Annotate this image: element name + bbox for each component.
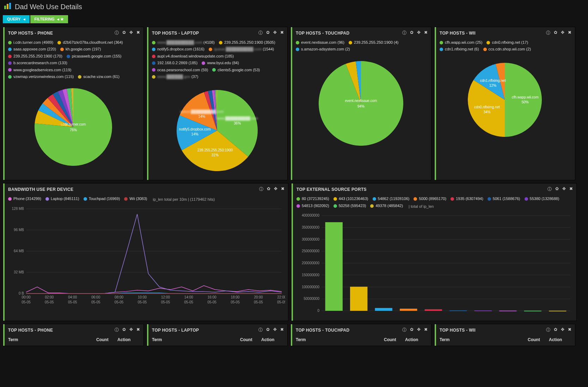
info-icon[interactable]: ⓘ [546, 30, 550, 36]
bar[interactable] [524, 311, 541, 312]
info-icon[interactable]: ⓘ [259, 186, 263, 192]
legend-item[interactable]: 50258 (595423) [333, 203, 366, 209]
legend-item[interactable]: d2b67tzkr07lta.cloudfront.net (364) [57, 40, 123, 46]
gear-icon[interactable]: ✿ [410, 327, 414, 333]
col-term[interactable]: Term [296, 337, 384, 342]
legend-item[interactable]: 239.255.255.250:1900 (3505) [219, 40, 275, 46]
col-action[interactable]: Action [117, 337, 139, 342]
legend-item[interactable]: 54862 (11928106) [373, 196, 410, 202]
close-icon[interactable]: ✖ [136, 327, 140, 333]
bar[interactable] [325, 222, 343, 311]
bar[interactable] [499, 311, 516, 312]
legend-item[interactable]: Phone (314299) [8, 196, 41, 202]
legend-item[interactable]: Touchpad (16969) [84, 196, 120, 202]
legend-item[interactable]: clients5.google.com (53) [212, 67, 260, 73]
filtering-button[interactable]: FILTERING ◂ ★ [30, 15, 68, 23]
col-count[interactable]: Count [96, 337, 117, 342]
query-button[interactable]: QUERY ◂ [3, 15, 30, 23]
bar[interactable] [400, 309, 417, 311]
legend-item[interactable]: 443 (101236463) [333, 196, 368, 202]
close-icon[interactable]: ✖ [569, 186, 573, 192]
line-series[interactable] [26, 214, 282, 294]
info-icon[interactable]: ⓘ [546, 327, 550, 333]
move-icon[interactable]: ✥ [129, 30, 133, 36]
legend-item[interactable]: 1935 (6307494) [451, 196, 483, 202]
legend-item[interactable]: s.amazon-adsystem.com (2) [296, 46, 350, 53]
legend-item[interactable]: i.cdn.turner.com (4989) [8, 40, 53, 46]
gear-icon[interactable]: ✿ [267, 186, 270, 192]
gear-icon[interactable]: ✿ [122, 327, 126, 333]
move-icon[interactable]: ✥ [561, 30, 564, 36]
info-icon[interactable]: ⓘ [547, 186, 552, 192]
legend-item[interactable]: 55380 (1328688) [525, 196, 559, 202]
legend-item[interactable]: aupl.v4.download.windowsupdate.com (185) [152, 53, 234, 60]
move-icon[interactable]: ✥ [129, 327, 133, 333]
move-icon[interactable]: ✥ [417, 327, 421, 333]
legend-item[interactable]: cfh.wapp.wii.com (25) [440, 40, 482, 46]
legend-item[interactable]: 192.168.0.2:2869 (185) [152, 60, 197, 66]
move-icon[interactable]: ✥ [417, 30, 421, 36]
legend-item[interactable]: Wii (3083) [124, 196, 147, 202]
close-icon[interactable]: ✖ [424, 30, 428, 36]
bar[interactable] [474, 310, 492, 311]
legend-item[interactable]: Laptop (845111) [45, 196, 79, 202]
col-count[interactable]: Count [528, 337, 549, 342]
move-icon[interactable]: ✥ [273, 30, 277, 36]
col-term[interactable]: Term [440, 337, 528, 342]
bar[interactable] [425, 309, 442, 311]
legend-item[interactable]: 49378 (485842) [370, 203, 403, 209]
move-icon[interactable]: ✥ [274, 186, 277, 192]
gear-icon[interactable]: ✿ [554, 327, 557, 333]
legend-item[interactable]: 239.255.255.250:1900 (170) [8, 53, 62, 60]
gear-icon[interactable]: ✿ [266, 327, 270, 333]
info-icon[interactable]: ⓘ [402, 30, 406, 36]
legend-item[interactable]: vzwmap.verizonwireless.com (115) [8, 74, 74, 80]
legend-item[interactable]: cdn1.nflximg.net (6) [440, 46, 479, 53]
legend-item[interactable]: 5000 (8965170) [414, 196, 446, 202]
legend-item[interactable]: www.██████████.com (4108) [152, 40, 215, 46]
legend-item[interactable]: www.googleadservices.com (119) [8, 67, 71, 73]
legend-item[interactable]: kh.google.com (197) [60, 46, 101, 53]
move-icon[interactable]: ✥ [561, 327, 564, 333]
info-icon[interactable]: ⓘ [258, 30, 263, 36]
legend-item[interactable]: b.scorecardresearch.com (133) [8, 60, 67, 66]
move-icon[interactable]: ✥ [273, 327, 277, 333]
legend-item[interactable]: notify5.dropbox.com (1616) [152, 46, 204, 53]
legend-item[interactable]: 5061 (1588676) [488, 196, 520, 202]
bar[interactable] [350, 287, 367, 311]
close-icon[interactable]: ✖ [280, 327, 284, 333]
col-action[interactable]: Action [405, 337, 426, 342]
legend-item[interactable]: www.byui.edu (84) [202, 60, 239, 66]
legend-item[interactable]: ccs.cdn.shop.wii.com (2) [483, 46, 531, 53]
legend-item[interactable]: cdn0.nflximg.net (17) [486, 40, 528, 46]
info-icon[interactable]: ⓘ [258, 327, 263, 333]
line-series[interactable] [26, 285, 282, 294]
legend-item[interactable]: www.██████.gov (37) [152, 74, 198, 80]
move-icon[interactable]: ✥ [562, 186, 566, 192]
col-term[interactable]: Term [152, 337, 240, 342]
info-icon[interactable]: ⓘ [115, 327, 119, 333]
gear-icon[interactable]: ✿ [266, 30, 270, 36]
legend-item[interactable]: 54813 (902092) [296, 203, 329, 209]
gear-icon[interactable]: ✿ [555, 186, 559, 192]
info-icon[interactable]: ⓘ [402, 327, 406, 333]
legend-item[interactable]: scache.vzw.com (61) [78, 74, 120, 80]
pie-slice[interactable] [505, 63, 542, 137]
col-count[interactable]: Count [240, 337, 261, 342]
col-action[interactable]: Action [261, 337, 282, 342]
legend-item[interactable]: 239.255.255.250:1900 (4) [349, 40, 399, 46]
legend-item[interactable]: event.nextissue.com (96) [296, 40, 344, 46]
legend-item[interactable]: saas.appoxee.com (220) [8, 46, 56, 53]
close-icon[interactable]: ✖ [568, 327, 571, 333]
bar[interactable] [375, 308, 392, 311]
legend-item[interactable]: ocas.pearsonschool.com (59) [152, 67, 208, 73]
gear-icon[interactable]: ✿ [410, 30, 414, 36]
close-icon[interactable]: ✖ [281, 186, 284, 192]
col-count[interactable]: Count [384, 337, 405, 342]
legend-item[interactable]: picasaweb.google.com (155) [67, 53, 122, 60]
gear-icon[interactable]: ✿ [122, 30, 126, 36]
legend-item[interactable]: queue.██████████.com (1544) [209, 46, 274, 53]
close-icon[interactable]: ✖ [568, 30, 571, 36]
bar[interactable] [549, 311, 566, 312]
col-action[interactable]: Action [549, 337, 570, 342]
